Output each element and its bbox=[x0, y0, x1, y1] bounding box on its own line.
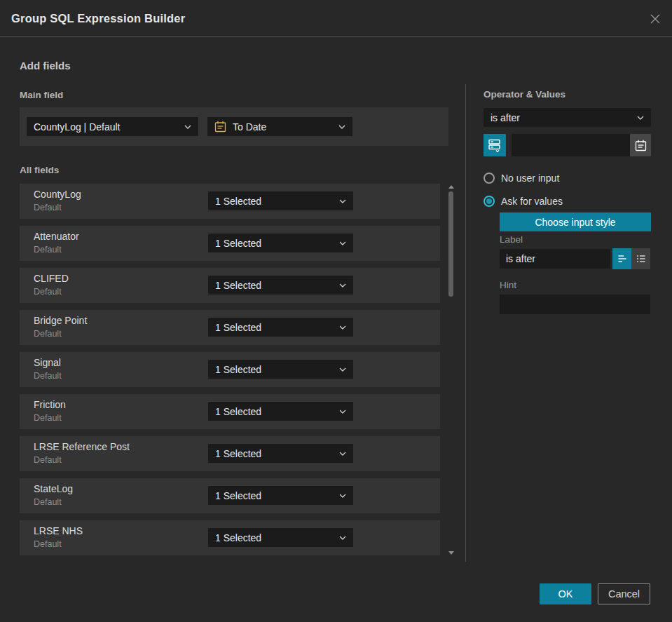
field-selected-dropdown-label: 1 Selected bbox=[215, 406, 339, 417]
all-fields-label: All fields bbox=[20, 165, 59, 175]
all-fields-list: CountyLog Default 1 Selected Attenuator … bbox=[20, 184, 440, 562]
radio-off-icon bbox=[484, 173, 495, 184]
field-name: Attenuator bbox=[34, 231, 79, 242]
field-selected-dropdown-label: 1 Selected bbox=[215, 490, 339, 501]
date-picker-button[interactable] bbox=[630, 134, 651, 156]
field-subtitle: Default bbox=[34, 455, 62, 465]
chevron-down-icon bbox=[339, 367, 346, 372]
value-source-button[interactable] bbox=[484, 134, 506, 156]
main-field-select-value: CountyLog | Default bbox=[34, 121, 184, 133]
label-field-label: Label bbox=[500, 234, 523, 245]
chevron-down-icon bbox=[339, 494, 346, 498]
field-name: LRSE Reference Post bbox=[34, 441, 130, 452]
field-row: CLIFED Default 1 Selected bbox=[20, 268, 440, 303]
field-name: Bridge Point bbox=[34, 315, 87, 326]
field-selected-dropdown-label: 1 Selected bbox=[215, 238, 339, 249]
radio-ask-for-values[interactable]: Ask for values bbox=[484, 196, 563, 207]
chevron-down-icon bbox=[339, 241, 346, 245]
field-subtitle: Default bbox=[34, 371, 62, 381]
field-row: Signal Default 1 Selected bbox=[20, 352, 440, 387]
date-value-input[interactable] bbox=[512, 134, 629, 156]
chevron-down-icon bbox=[339, 410, 346, 414]
chevron-down-icon bbox=[338, 125, 345, 129]
field-subtitle: Default bbox=[34, 245, 62, 255]
radio-on-icon bbox=[484, 196, 495, 207]
field-row: Attenuator Default 1 Selected bbox=[20, 226, 440, 261]
field-selected-dropdown[interactable]: 1 Selected bbox=[208, 360, 353, 379]
scrollbar-thumb[interactable] bbox=[448, 191, 453, 297]
field-name: CLIFED bbox=[34, 273, 69, 284]
field-row: CountyLog Default 1 Selected bbox=[20, 184, 440, 219]
radio-no-user-input-label: No user input bbox=[501, 173, 559, 184]
close-icon[interactable] bbox=[648, 12, 662, 26]
panel-divider bbox=[465, 84, 466, 562]
main-field-select[interactable]: CountyLog | Default bbox=[27, 117, 198, 136]
field-subtitle: Default bbox=[34, 413, 62, 423]
main-field-date-select[interactable]: To Date bbox=[207, 117, 352, 136]
radio-no-user-input[interactable]: No user input bbox=[484, 173, 559, 184]
field-selected-dropdown[interactable]: 1 Selected bbox=[208, 318, 353, 337]
hint-field-label: Hint bbox=[500, 280, 516, 290]
cancel-button[interactable]: Cancel bbox=[598, 583, 650, 604]
field-subtitle: Default bbox=[34, 539, 62, 549]
field-name: StateLog bbox=[34, 483, 73, 494]
single-line-style-button[interactable] bbox=[612, 248, 631, 269]
scroll-up-arrow-icon[interactable] bbox=[448, 185, 454, 189]
chevron-down-icon bbox=[339, 536, 346, 540]
chevron-down-icon bbox=[339, 283, 346, 288]
field-selected-dropdown-label: 1 Selected bbox=[215, 280, 339, 291]
field-row: LRSE NHS Default 1 Selected bbox=[20, 520, 440, 555]
main-field-date-select-value: To Date bbox=[233, 121, 338, 133]
field-selected-dropdown[interactable]: 1 Selected bbox=[208, 402, 353, 421]
chevron-down-icon bbox=[184, 125, 191, 129]
operator-select[interactable]: is after bbox=[484, 108, 651, 127]
operator-values-heading: Operator & Values bbox=[484, 89, 565, 100]
radio-ask-for-values-label: Ask for values bbox=[501, 196, 563, 207]
bulleted-list-icon bbox=[636, 253, 647, 264]
chevron-down-icon bbox=[339, 325, 346, 330]
dialog-header: Group SQL Expression Builder bbox=[0, 0, 672, 37]
field-selected-dropdown-label: 1 Selected bbox=[215, 448, 339, 459]
field-selected-dropdown[interactable]: 1 Selected bbox=[208, 276, 353, 295]
chevron-down-icon bbox=[339, 452, 346, 456]
choose-input-style-button[interactable]: Choose input style bbox=[500, 212, 651, 231]
date-value-field bbox=[512, 134, 651, 156]
list-style-button[interactable] bbox=[631, 248, 650, 269]
field-name: Signal bbox=[34, 357, 61, 368]
field-name: LRSE NHS bbox=[34, 525, 83, 536]
field-subtitle: Default bbox=[34, 203, 62, 212]
operator-select-value: is after bbox=[491, 112, 637, 123]
field-row: Friction Default 1 Selected bbox=[20, 394, 440, 429]
field-selected-dropdown[interactable]: 1 Selected bbox=[208, 528, 353, 547]
field-selected-dropdown[interactable]: 1 Selected bbox=[208, 191, 353, 210]
field-name: Friction bbox=[34, 399, 66, 410]
field-selected-dropdown[interactable]: 1 Selected bbox=[208, 444, 353, 463]
calendar-icon bbox=[635, 140, 647, 151]
field-name: CountyLog bbox=[34, 189, 81, 200]
value-stack-icon bbox=[488, 138, 502, 152]
field-selected-dropdown[interactable]: 1 Selected bbox=[208, 234, 353, 252]
field-selected-dropdown-label: 1 Selected bbox=[215, 364, 339, 375]
label-style-toggle bbox=[612, 248, 650, 269]
align-left-icon bbox=[617, 253, 628, 264]
label-input[interactable] bbox=[500, 249, 610, 269]
field-subtitle: Default bbox=[34, 329, 62, 339]
field-selected-dropdown[interactable]: 1 Selected bbox=[208, 486, 353, 505]
field-subtitle: Default bbox=[34, 497, 62, 507]
scroll-down-arrow-icon[interactable] bbox=[448, 551, 454, 555]
dialog-title: Group SQL Expression Builder bbox=[11, 0, 185, 36]
chevron-down-icon bbox=[339, 199, 346, 203]
field-row: LRSE Reference Post Default 1 Selected bbox=[20, 436, 440, 471]
field-selected-dropdown-label: 1 Selected bbox=[215, 196, 339, 207]
group-sql-expression-builder-dialog: Group SQL Expression Builder Add fields … bbox=[0, 0, 672, 622]
field-row: StateLog Default 1 Selected bbox=[20, 478, 440, 513]
ok-button[interactable]: OK bbox=[540, 583, 591, 604]
add-fields-heading: Add fields bbox=[20, 60, 71, 72]
chevron-down-icon bbox=[637, 116, 644, 120]
hint-input[interactable] bbox=[500, 295, 650, 314]
list-scrollbar[interactable] bbox=[448, 184, 455, 556]
calendar-icon bbox=[214, 121, 226, 133]
main-field-label: Main field bbox=[20, 90, 63, 100]
field-selected-dropdown-label: 1 Selected bbox=[215, 532, 339, 543]
field-subtitle: Default bbox=[34, 287, 62, 297]
